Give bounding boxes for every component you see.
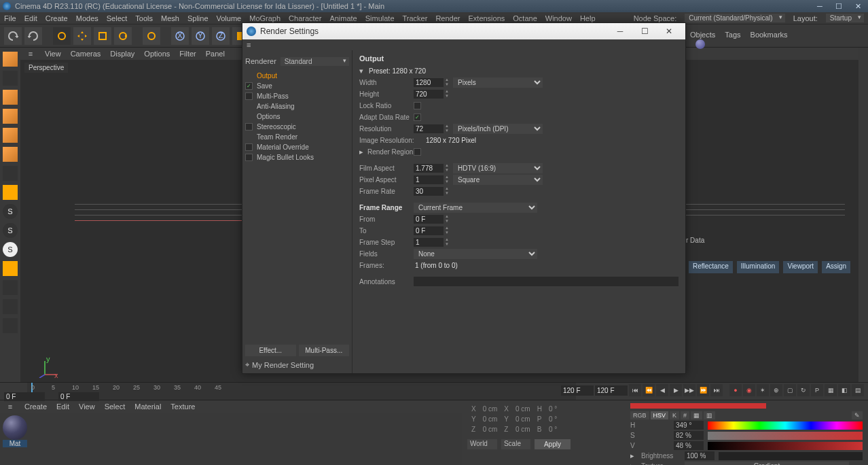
coord-z-size[interactable]: 0 cm — [513, 425, 533, 434]
matmenu-material[interactable]: Material — [134, 402, 161, 411]
from-spinner[interactable]: ▲▼ — [444, 214, 450, 224]
key-pos-button[interactable]: ⊕ — [770, 384, 782, 396]
frame-max2-input[interactable] — [595, 385, 628, 396]
snap-s2-icon[interactable]: S — [3, 223, 18, 238]
v-input[interactable] — [674, 441, 704, 450]
coord-y-size[interactable]: 0 cm — [513, 415, 533, 424]
render-setting-icon[interactable]: ⌖ — [245, 360, 249, 369]
resolution-unit-dropdown[interactable]: Pixels/Inch (DPI) — [453, 124, 543, 134]
frame-from-input[interactable] — [4, 392, 45, 401]
move-tool[interactable] — [73, 27, 91, 45]
object-item-icon[interactable] — [695, 39, 705, 49]
timeline[interactable]: 0 5 10 15 20 25 30 35 40 45 ⏮ ⏪ ◀ ▶ ▶▶ ⏩… — [0, 382, 868, 400]
expand-icon-2[interactable]: ▸ — [630, 462, 637, 465]
undo-button[interactable] — [4, 27, 22, 45]
s-input[interactable] — [674, 431, 704, 440]
expand-icon[interactable]: ▸ — [630, 451, 637, 460]
preset-value[interactable]: Preset: 1280 x 720 — [367, 67, 426, 75]
coord-b[interactable]: 0 ° — [546, 425, 560, 434]
go-nextkey-button[interactable]: ⏩ — [697, 384, 709, 396]
menu-volume[interactable]: Volume — [217, 14, 242, 22]
brightness-input[interactable] — [685, 451, 715, 460]
height-spinner[interactable]: ▲▼ — [444, 89, 450, 99]
key-all-button[interactable]: ▤ — [852, 384, 864, 396]
to-input[interactable] — [414, 226, 444, 235]
view-menu-options[interactable]: Options — [144, 50, 170, 58]
coord-y-pos[interactable]: 0 cm — [480, 415, 501, 424]
resolution-spinner[interactable]: ▲▼ — [444, 124, 450, 133]
tree-stereo-checkbox[interactable] — [245, 123, 253, 131]
my-render-setting[interactable]: My Render Setting — [252, 361, 314, 369]
grid1-icon[interactable] — [3, 280, 18, 295]
redo-button[interactable] — [24, 27, 42, 45]
menu-mesh[interactable]: Mesh — [161, 14, 179, 22]
go-end-button[interactable]: ⏭ — [710, 384, 723, 396]
menu-mograph[interactable]: MoGraph — [249, 14, 281, 22]
swatch-tab[interactable]: ▦ — [691, 411, 702, 419]
annotations-input[interactable] — [414, 277, 679, 286]
width-spinner[interactable]: ▲▼ — [444, 78, 450, 87]
menu-file[interactable]: File — [4, 14, 16, 22]
frame-max1-input[interactable] — [561, 385, 594, 396]
view-menu-display[interactable]: Display — [110, 50, 134, 58]
to-spinner[interactable]: ▲▼ — [444, 226, 450, 235]
framerate-spinner[interactable]: ▲▼ — [444, 186, 450, 196]
dialog-titlebar[interactable]: Render Settings ─ ☐ ✕ — [242, 23, 685, 39]
multipass-button[interactable]: Multi-Pass... — [299, 345, 350, 356]
bookmarks-tab[interactable]: Bookmarks — [751, 31, 788, 39]
grid3-icon[interactable] — [3, 318, 18, 333]
adapt-checkbox[interactable]: ✓ — [414, 114, 421, 121]
assign-tab[interactable]: Assign — [822, 261, 850, 273]
framerange-dropdown[interactable]: Current Frame — [414, 203, 537, 213]
framestep-input[interactable] — [414, 238, 444, 247]
hex-tab[interactable]: # — [681, 411, 689, 419]
dialog-maximize-button[interactable]: ☐ — [632, 23, 657, 39]
tree-options[interactable]: Options — [257, 113, 280, 120]
hsv-tab[interactable]: HSV — [651, 411, 669, 419]
object-mode-icon[interactable] — [3, 90, 18, 105]
menu-window[interactable]: Window — [545, 14, 572, 22]
window-close-button[interactable]: ✕ — [853, 1, 863, 11]
filmaspect-spinner[interactable]: ▲▼ — [444, 163, 450, 173]
key-param-button[interactable]: P — [811, 384, 823, 396]
snap-s-icon[interactable]: S — [3, 204, 18, 219]
pixelaspect-spinner[interactable]: ▲▼ — [444, 175, 450, 184]
menu-octane[interactable]: Octane — [513, 14, 537, 22]
pixelaspect-dropdown[interactable]: Square — [453, 175, 543, 185]
coord-h[interactable]: 0 ° — [546, 404, 560, 413]
renderregion-expand-icon[interactable]: ▸ — [359, 148, 367, 156]
go-start-button[interactable]: ⏮ — [629, 384, 641, 396]
brightness-slider[interactable] — [719, 452, 863, 460]
objects-tab[interactable]: Objects — [690, 31, 715, 39]
texture-dropdown[interactable]: Gradient — [685, 462, 849, 465]
fields-dropdown[interactable]: None — [414, 249, 537, 259]
viewport-tab[interactable]: Viewport — [783, 261, 818, 273]
renderer-dropdown[interactable]: Standard — [281, 57, 349, 66]
go-prevkey-button[interactable]: ⏪ — [643, 384, 655, 396]
record-button[interactable]: ● — [729, 384, 742, 396]
illumination-tab[interactable]: Illumination — [737, 261, 780, 273]
axis-mode-icon[interactable] — [3, 185, 18, 200]
tweak-mode-icon[interactable] — [3, 166, 18, 181]
tree-matoverride-checkbox[interactable] — [245, 143, 253, 151]
edge-mode-icon[interactable] — [3, 128, 18, 143]
hue-slider[interactable] — [708, 421, 863, 430]
rgb-tab[interactable]: RGB — [630, 411, 649, 419]
dialog-close-button[interactable]: ✕ — [657, 23, 681, 39]
tree-save-checkbox[interactable]: ✓ — [245, 82, 253, 90]
resolution-input[interactable] — [414, 124, 444, 133]
x-axis-toggle[interactable]: X — [171, 27, 189, 45]
filmaspect-input[interactable] — [414, 164, 444, 173]
point-mode-icon[interactable] — [3, 109, 18, 124]
dialog-minimize-button[interactable]: ─ — [608, 23, 632, 39]
tags-tab[interactable]: Tags — [725, 31, 740, 39]
framestep-spinner[interactable]: ▲▼ — [444, 237, 450, 247]
h-input[interactable] — [674, 421, 704, 430]
view-menu-cameras[interactable]: Cameras — [71, 50, 101, 58]
workplane-icon[interactable] — [3, 261, 18, 276]
sat-slider[interactable] — [708, 432, 863, 440]
grid2-icon[interactable] — [3, 299, 18, 314]
menu-extensions[interactable]: Extensions — [468, 14, 505, 22]
key-scale-button[interactable]: ▢ — [784, 384, 796, 396]
pixelaspect-input[interactable] — [414, 175, 444, 184]
